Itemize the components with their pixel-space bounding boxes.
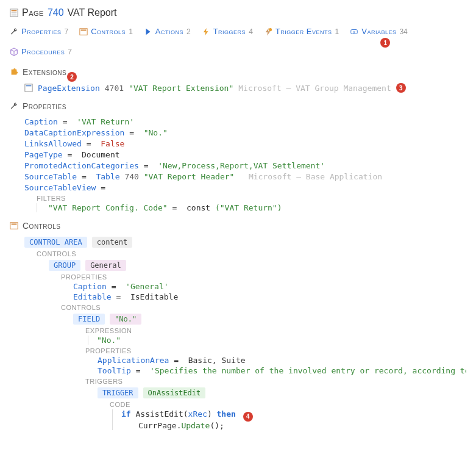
controls-icon — [10, 221, 18, 230]
lightning-event-icon — [264, 27, 272, 36]
code-label: CODE — [110, 401, 466, 408]
expression-label: EXPRESSION — [85, 327, 466, 334]
wrench-icon — [10, 27, 18, 36]
field-prop-tooltip[interactable]: ToolTip = 'Specifies the number of the i… — [98, 366, 466, 375]
tab-controls[interactable]: Controls 1 — [79, 27, 133, 36]
section-extensions: Extensions 2 PageExtension 4701 "VAT Rep… — [10, 67, 466, 93]
svg-rect-2 — [12, 12, 17, 13]
field[interactable]: FIELD "No." — [73, 314, 466, 325]
svg-rect-3 — [12, 15, 17, 16]
group-controls-label: CONTROLS — [61, 304, 466, 311]
extension-entry[interactable]: PageExtension 4701 "VAT Report Extension… — [10, 83, 466, 93]
tab-trigger-events[interactable]: Trigger Events 1 — [264, 27, 339, 36]
properties-label: Properties — [23, 101, 66, 111]
control-area[interactable]: CONTROL AREA content — [24, 237, 466, 248]
page-ext-icon — [24, 84, 33, 92]
wrench-icon — [10, 102, 18, 110]
page-object-icon — [10, 9, 18, 17]
ext-source: Microsoft — VAT Group Management — [238, 84, 391, 93]
section-controls: Controls CONTROL AREA content CONTROLS G… — [10, 221, 466, 430]
svg-rect-4 — [80, 28, 87, 35]
controls-label: Controls — [23, 221, 60, 231]
group-props-label: PROPERTIES — [61, 273, 466, 281]
prop-promoted[interactable]: PromotedActionCategories = 'New,Process,… — [24, 161, 466, 170]
group[interactable]: GROUP General — [49, 260, 466, 271]
cube-icon — [10, 48, 18, 56]
tab-procedures[interactable]: Procedures 7 — [10, 47, 72, 56]
page-number[interactable]: 740 — [48, 7, 64, 18]
group-name: General — [85, 260, 126, 271]
trigger-chip: TRIGGER — [98, 387, 138, 398]
ext-type: PageExtension — [38, 84, 100, 93]
puzzle-icon — [10, 68, 18, 76]
svg-rect-5 — [81, 29, 87, 31]
svg-rect-10 — [26, 85, 32, 87]
prop-caption[interactable]: Caption = 'VAT Return' — [24, 117, 466, 126]
page-header: Page 740 VAT Report — [10, 7, 466, 18]
ext-id: 4701 — [105, 84, 124, 93]
tab-bar: Properties 7 Controls 1 Actions 2 Trigge… — [10, 27, 466, 56]
triggers-label: TRIGGERS — [85, 378, 466, 385]
control-area-name: content — [92, 237, 133, 248]
code-line-2: CurrPage.Update(); — [121, 421, 466, 430]
tab-variables[interactable]: x Variables 34 1 — [350, 27, 408, 36]
badge-1: 1 — [380, 38, 390, 48]
tab-properties[interactable]: Properties 7 — [10, 27, 68, 36]
prop-linksallowed[interactable]: LinksAllowed = False — [24, 139, 466, 148]
group-prop-caption[interactable]: Caption = 'General' — [73, 282, 466, 291]
field-chip: FIELD — [73, 314, 105, 325]
lightning-icon — [202, 27, 210, 36]
badge-2: 2 — [67, 72, 77, 82]
group-chip: GROUP — [49, 260, 80, 271]
extensions-label: Extensions — [23, 67, 66, 77]
trigger[interactable]: TRIGGER OnAssistEdit — [98, 387, 466, 398]
tab-triggers[interactable]: Triggers 4 — [202, 27, 253, 36]
prop-sourcetableview[interactable]: SourceTableView = — [24, 183, 466, 192]
group-prop-editable[interactable]: Editable = IsEditable — [73, 292, 466, 301]
section-properties: Properties Caption = 'VAT Return' DataCa… — [10, 101, 466, 212]
prop-pagetype[interactable]: PageType = Document — [24, 150, 466, 159]
page-name: VAT Report — [68, 7, 117, 18]
variables-icon: x — [350, 27, 358, 36]
ext-name: "VAT Report Extension" — [129, 84, 233, 93]
tab-actions[interactable]: Actions 2 — [144, 27, 191, 36]
control-area-chip: CONTROL AREA — [24, 237, 87, 248]
field-prop-apparea[interactable]: ApplicationArea = Basic, Suite — [98, 356, 466, 365]
badge-4: 4 — [243, 412, 253, 422]
field-props-label: PROPERTIES — [85, 347, 466, 354]
trigger-name: OnAssistEdit — [143, 387, 206, 398]
prop-sourcetable[interactable]: SourceTable = Table 740 "VAT Report Head… — [24, 172, 466, 181]
prop-datacaption[interactable]: DataCaptionExpression = "No." — [24, 128, 466, 137]
svg-rect-11 — [10, 223, 18, 229]
controls-sublabel: CONTROLS — [37, 250, 466, 257]
actions-icon — [144, 27, 152, 36]
svg-text:x: x — [353, 29, 355, 34]
filters-label: FILTERS — [37, 195, 466, 202]
code-line-1: if AssistEdit(xRec) then 4 — [121, 409, 466, 420]
field-name: "No." — [110, 314, 141, 325]
svg-rect-1 — [12, 10, 17, 12]
badge-3: 3 — [396, 83, 406, 93]
svg-point-6 — [269, 27, 272, 31]
expression-value: "No." — [97, 336, 466, 345]
controls-icon — [79, 27, 88, 36]
svg-rect-12 — [12, 224, 17, 225]
page-word: Page — [22, 7, 44, 18]
filter-line: "VAT Report Config. Code" = const ("VAT … — [37, 203, 466, 212]
